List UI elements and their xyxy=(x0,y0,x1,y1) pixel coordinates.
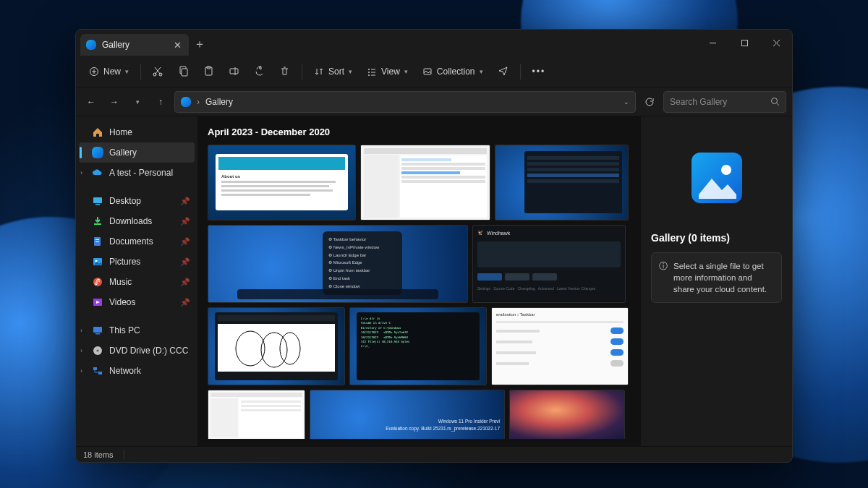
tab-close-icon[interactable]: ✕ xyxy=(174,40,182,51)
sort-button[interactable]: Sort ▾ xyxy=(308,62,358,81)
pin-icon[interactable]: 📌 xyxy=(180,197,190,206)
thumbnail-grid: About us xyxy=(208,145,630,439)
sidebar-item-desktop[interactable]: Desktop📌 xyxy=(79,191,195,211)
sidebar-label: A test - Personal xyxy=(109,168,173,178)
sidebar-item-onedrive[interactable]: › A test - Personal xyxy=(79,163,195,183)
view-button[interactable]: View ▾ xyxy=(361,62,414,81)
rename-button[interactable] xyxy=(223,61,245,81)
send-button[interactable] xyxy=(492,61,514,81)
sidebar-item-network[interactable]: ›Network xyxy=(79,361,195,381)
expand-icon[interactable]: › xyxy=(80,367,82,374)
details-pane: Gallery (0 items) ⓘ Select a single file… xyxy=(640,116,792,446)
sort-icon xyxy=(314,67,324,77)
breadcrumb-location: Gallery xyxy=(205,97,233,107)
pin-icon[interactable]: 📌 xyxy=(180,298,190,307)
collection-button[interactable]: Collection ▾ xyxy=(417,62,489,81)
new-tab-button[interactable]: ＋ xyxy=(189,37,210,52)
thumbnail[interactable]: ⚙ Taskbar behavior ⚙ News_InPrivate wind… xyxy=(208,225,468,303)
window-controls xyxy=(697,30,792,56)
recent-dropdown[interactable]: ▾ xyxy=(128,92,147,112)
forward-button[interactable]: → xyxy=(105,92,124,112)
expand-icon[interactable]: › xyxy=(80,327,82,334)
svg-point-42 xyxy=(721,165,731,175)
gallery-icon xyxy=(86,40,96,50)
gallery-content: April 2023 - December 2020 About us xyxy=(197,116,640,446)
thumb-caption: Windows 11 Pro Insider Previ xyxy=(310,418,500,425)
search-icon xyxy=(770,97,780,106)
pin-icon[interactable]: 📌 xyxy=(180,278,190,287)
sidebar-item-pictures[interactable]: Pictures📌 xyxy=(79,252,195,272)
gallery-icon xyxy=(92,147,103,158)
gallery-large-icon xyxy=(692,153,742,203)
copy-button[interactable] xyxy=(172,61,195,81)
sidebar-item-home[interactable]: Home xyxy=(79,122,195,142)
address-bar[interactable]: › Gallery ⌄ xyxy=(174,91,636,113)
chevron-down-icon: ▾ xyxy=(349,68,352,75)
downloads-icon xyxy=(92,215,103,227)
sidebar-label: Music xyxy=(109,277,132,287)
maximize-button[interactable] xyxy=(728,30,760,56)
close-button[interactable] xyxy=(760,30,792,56)
sidebar-item-downloads[interactable]: Downloads📌 xyxy=(79,211,195,231)
svg-rect-24 xyxy=(93,197,102,203)
network-icon xyxy=(92,365,103,377)
svg-point-41 xyxy=(280,333,300,364)
new-label: New xyxy=(103,67,121,77)
svg-rect-34 xyxy=(95,333,100,335)
thumbnail[interactable] xyxy=(495,145,629,221)
pin-icon[interactable]: 📌 xyxy=(180,257,190,267)
share-button[interactable] xyxy=(248,61,271,81)
sidebar-label: This PC xyxy=(109,325,140,335)
thumbnail[interactable]: Windows 11 Pro Insider Previ Evaluation … xyxy=(310,390,505,439)
titlebar: Gallery ✕ ＋ xyxy=(76,30,792,56)
sidebar-item-dvd[interactable]: ›DVD Drive (D:) CCC xyxy=(79,341,195,361)
desktop-icon xyxy=(92,195,103,207)
thumbnail[interactable]: eralization › Taskbar xyxy=(491,307,629,385)
sidebar-item-gallery[interactable]: Gallery xyxy=(79,142,195,163)
thumbnail[interactable] xyxy=(360,145,490,221)
search-placeholder: Search Gallery xyxy=(670,97,765,107)
sidebar-item-thispc[interactable]: ›This PC xyxy=(79,320,195,341)
thumbnail[interactable]: About us xyxy=(208,145,356,221)
thumb-caption: Windhawk xyxy=(487,231,510,236)
sort-label: Sort xyxy=(328,67,344,77)
thumb-caption: eralization › Taskbar xyxy=(496,312,624,317)
thumbnail[interactable] xyxy=(208,307,345,385)
thumbnail[interactable] xyxy=(208,390,305,439)
pin-icon[interactable]: 📌 xyxy=(180,217,190,226)
svg-rect-33 xyxy=(93,327,102,333)
chevron-down-icon[interactable]: ⌄ xyxy=(624,98,629,106)
sidebar-item-documents[interactable]: Documents📌 xyxy=(79,231,195,252)
collection-icon xyxy=(422,67,433,77)
new-button[interactable]: New ▾ xyxy=(83,62,135,81)
sidebar-item-videos[interactable]: Videos📌 xyxy=(79,292,195,312)
pin-icon[interactable]: 📌 xyxy=(180,237,190,247)
delete-button[interactable] xyxy=(273,61,296,81)
tab-gallery[interactable]: Gallery ✕ xyxy=(80,34,189,56)
minimize-button[interactable] xyxy=(697,30,728,56)
back-button[interactable]: ← xyxy=(82,92,101,112)
status-bar: 18 items xyxy=(76,446,792,462)
search-box[interactable]: Search Gallery xyxy=(663,91,786,113)
expand-icon[interactable]: › xyxy=(80,169,82,176)
file-explorer-window: Gallery ✕ ＋ New ▾ Sort ▾ Vie xyxy=(75,29,793,463)
expand-icon[interactable]: › xyxy=(80,347,82,354)
more-button[interactable]: ••• xyxy=(527,62,552,81)
thumbnail[interactable] xyxy=(509,390,625,439)
pc-icon xyxy=(92,325,103,336)
paste-button[interactable] xyxy=(197,61,220,81)
svg-rect-28 xyxy=(95,241,99,242)
svg-point-36 xyxy=(97,350,99,352)
thumbnail[interactable]: C:\> dir /sVolume in drive CDirectory of… xyxy=(349,307,487,385)
sidebar-item-music[interactable]: Music📌 xyxy=(79,272,195,292)
cut-button[interactable] xyxy=(147,61,169,81)
gallery-icon xyxy=(181,97,191,107)
documents-icon xyxy=(92,236,103,247)
svg-point-19 xyxy=(368,74,370,76)
refresh-button[interactable] xyxy=(640,92,659,112)
thumb-caption: Evaluation copy. Build 25231.rs_prerelea… xyxy=(310,425,500,432)
new-icon xyxy=(89,67,99,77)
thumbnail[interactable]: 🦅Windhawk Settings Source Code Changelog… xyxy=(472,225,626,303)
up-button[interactable]: ↑ xyxy=(151,92,170,112)
pictures-icon xyxy=(92,256,103,267)
